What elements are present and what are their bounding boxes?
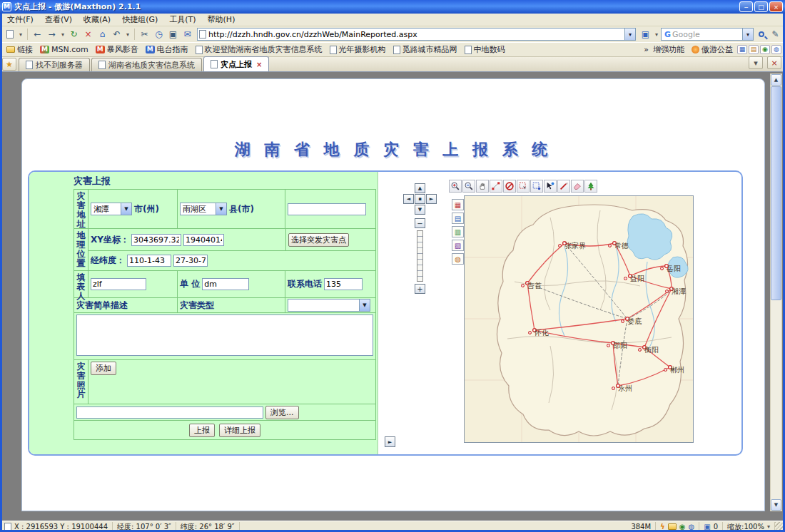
history-dropdown[interactable]: ▾ xyxy=(59,28,66,41)
link-zhongdi[interactable]: 中地数码 xyxy=(462,44,508,56)
x-coordinate-input[interactable] xyxy=(131,234,181,246)
menu-view[interactable]: 查看(V) xyxy=(39,14,78,26)
plugin-window-icon[interactable]: ▤ xyxy=(749,45,759,54)
timer-button[interactable]: ◷ xyxy=(152,28,166,41)
layer-list-icon[interactable]: ▥ xyxy=(452,226,464,237)
close-tab-icon[interactable]: × xyxy=(255,61,262,68)
menu-tools[interactable]: 工具(T) xyxy=(163,14,201,26)
popup-blocker[interactable]: ▣0 xyxy=(699,522,723,532)
undo-dropdown[interactable]: ▾ xyxy=(124,28,131,41)
download-folder-icon[interactable] xyxy=(668,523,677,530)
resize-grip[interactable] xyxy=(775,522,785,532)
pick-disaster-point-button[interactable]: 选择突发灾害点 xyxy=(288,233,349,247)
address-dropdown[interactable]: ▾ xyxy=(624,29,635,40)
address-bar[interactable]: http://dzzh.hndh.gov.cn/dzzhWeb/MainRepo… xyxy=(197,28,636,41)
proxy-icon[interactable]: ◍ xyxy=(688,523,694,531)
minimize-button[interactable]: ‒ xyxy=(739,1,753,12)
zoom-in-icon[interactable] xyxy=(449,180,462,193)
clear-selection-icon[interactable] xyxy=(503,180,516,193)
home-button[interactable]: ⌂ xyxy=(96,28,109,41)
menu-file[interactable]: 文件(F) xyxy=(1,14,39,26)
link-baofeng[interactable]: M暴风影音 xyxy=(93,44,141,56)
layer-tree-icon[interactable] xyxy=(584,180,597,193)
chevron-down-icon[interactable]: ▼ xyxy=(216,203,226,215)
forward-button[interactable]: → xyxy=(45,28,59,41)
zoom-slider[interactable] xyxy=(417,230,423,282)
vertical-scrollbar[interactable]: ▲ ▼ xyxy=(770,73,782,511)
plugin-feed-icon[interactable]: ◉ xyxy=(760,45,770,54)
link-radio[interactable]: M电台指南 xyxy=(143,44,191,56)
new-tab-dropdown[interactable]: ▾ xyxy=(17,28,24,41)
county-select[interactable]: 雨湖区 ▼ xyxy=(180,203,227,215)
favorites-tab-button[interactable]: ★ xyxy=(2,58,16,71)
address-detail-input[interactable] xyxy=(288,203,366,215)
link-hunan-geo[interactable]: 欢迎登陆湖南省地质灾害信息系统 xyxy=(193,44,325,56)
snip-tool-button[interactable]: ✂ xyxy=(138,28,151,41)
menu-help[interactable]: 帮助(H) xyxy=(202,14,241,26)
plugin-grid-icon[interactable]: ▦ xyxy=(737,45,747,54)
unit-input[interactable] xyxy=(202,278,249,290)
select-polygon-icon[interactable] xyxy=(530,180,543,193)
menu-favorites[interactable]: 收藏(A) xyxy=(78,14,116,26)
measure-distance-icon[interactable] xyxy=(490,180,502,193)
disaster-type-select[interactable]: ▼ xyxy=(288,299,370,312)
map-canvas[interactable]: 张家界常德岳阳吉首益阳湘潭怀化娄底邵阳衡阳永州郴州 xyxy=(464,195,694,443)
phone-input[interactable] xyxy=(324,278,363,290)
undo-button[interactable]: ↶ xyxy=(110,28,123,41)
zoom-out-step-button[interactable]: − xyxy=(415,218,425,228)
pan-up-button[interactable]: ▲ xyxy=(415,183,425,193)
refresh-button[interactable]: ↻ xyxy=(67,28,81,41)
print-map-icon[interactable]: ▧ xyxy=(452,240,464,251)
latitude-input[interactable] xyxy=(173,255,208,267)
tab-server-not-found[interactable]: 找不到服务器 xyxy=(19,58,90,71)
menu-groups[interactable]: 快捷组(G) xyxy=(116,14,163,26)
collapse-panel-button[interactable]: ► xyxy=(385,436,395,447)
stop-button[interactable]: × xyxy=(81,28,95,41)
detail-submit-button[interactable]: 详细上报 xyxy=(219,424,260,437)
draw-pen-icon[interactable] xyxy=(557,180,570,193)
scroll-up-icon[interactable]: ▲ xyxy=(771,74,781,86)
go-dropdown[interactable]: ▾ xyxy=(653,28,660,41)
pan-hand-icon[interactable] xyxy=(476,180,489,193)
reporter-input[interactable] xyxy=(91,278,146,290)
identify-point-icon[interactable] xyxy=(544,180,557,193)
links-overflow[interactable]: » xyxy=(644,45,649,54)
charity-link[interactable]: 傲游公益 xyxy=(689,44,736,56)
url-text[interactable]: http://dzzh.hndh.gov.cn/dzzhWeb/MainRepo… xyxy=(206,30,624,39)
link-milu[interactable]: 觅路城市精品网 xyxy=(390,44,460,56)
longitude-input[interactable] xyxy=(127,255,171,267)
zoom-dropdown-icon[interactable]: ▾ xyxy=(767,523,770,530)
legend-icon[interactable]: ▦ xyxy=(452,199,464,210)
close-button[interactable]: × xyxy=(769,1,783,12)
zoom-out-icon[interactable] xyxy=(462,180,475,193)
browse-button[interactable]: 浏览... xyxy=(265,406,299,419)
highlight-button[interactable]: ✎ xyxy=(769,28,782,41)
plugin-shield-icon[interactable]: ◍ xyxy=(771,45,781,54)
tab-disaster-report[interactable]: 灾点上报× xyxy=(203,56,269,71)
select-rectangle-icon[interactable] xyxy=(517,180,530,193)
photo-file-input[interactable] xyxy=(76,406,263,419)
y-coordinate-input[interactable] xyxy=(183,234,224,246)
zoom-control[interactable]: 缩放:100%▾ xyxy=(723,522,775,532)
search-input[interactable]: Google xyxy=(672,30,742,39)
ad-hunter-icon[interactable]: ◉ xyxy=(679,523,686,531)
mail-button[interactable]: ✉ xyxy=(181,28,194,41)
search-box[interactable]: G Google ▾ xyxy=(661,28,754,41)
boost-icon[interactable]: ϟ xyxy=(660,523,665,531)
pan-down-button[interactable]: ▼ xyxy=(415,205,425,215)
chevron-down-icon[interactable]: ▼ xyxy=(121,203,131,215)
search-engine-dropdown[interactable]: ▾ xyxy=(742,29,753,40)
tab-list-button[interactable]: ▾ xyxy=(749,56,763,69)
search-button[interactable] xyxy=(754,28,768,41)
scroll-down-icon[interactable]: ▼ xyxy=(771,499,781,511)
city-select[interactable]: 湘潭 ▼ xyxy=(91,203,132,215)
enhance-menu[interactable]: 增强功能 xyxy=(650,44,687,56)
links-folder[interactable]: 链接 xyxy=(4,44,36,56)
chevron-down-icon[interactable]: ▼ xyxy=(359,300,370,311)
add-photo-button[interactable]: 添加 xyxy=(91,362,116,375)
back-button[interactable]: ← xyxy=(31,28,44,41)
tab-hunan-geo-system[interactable]: 湖南省地质灾害信息系统 xyxy=(91,58,202,71)
zoom-in-step-button[interactable]: + xyxy=(415,284,425,294)
disaster-description-textarea[interactable] xyxy=(76,314,373,356)
pan-left-button[interactable]: ◄ xyxy=(403,194,414,204)
